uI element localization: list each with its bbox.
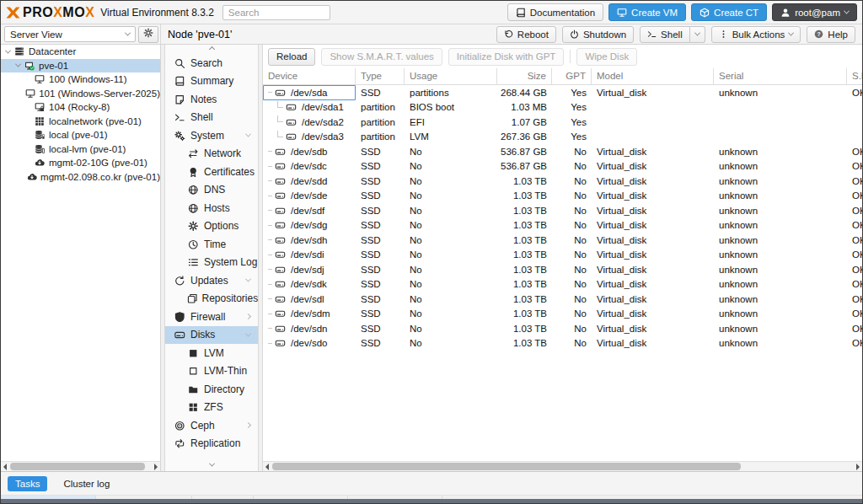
disk-row-dev-sdo[interactable]: /dev/sdoSSDNo1.03 TBNoVirtual_diskunknow… [263,336,862,351]
disk-row-dev-sdi[interactable]: /dev/sdiSSDNo1.03 TBNoVirtual_diskunknow… [263,248,862,263]
nav-item-lvm[interactable]: LVM [165,344,258,362]
search-input[interactable] [222,5,330,20]
shell-dropdown-button[interactable] [690,26,705,43]
nav-item-updates[interactable]: Updates [165,271,258,290]
chevron-down-icon[interactable] [13,63,23,67]
chevron-down-icon[interactable] [3,50,13,54]
shell-button[interactable]: Shell [640,26,690,43]
nav-item-shell[interactable]: Shell [165,109,258,127]
disk-row-dev-sdn[interactable]: /dev/sdnSSDNo1.03 TBNoVirtual_diskunknow… [263,321,862,336]
disk-row-dev-sda1[interactable]: /dev/sda1partitionBIOS boot1.03 MBYes [263,100,862,115]
tree-item-datacenter[interactable]: Datacenter [1,45,160,59]
column-header-usage[interactable]: Usage [405,68,497,84]
tree-horizontal-scrollbar[interactable] [1,461,160,471]
nav-scroll-down[interactable] [165,460,258,469]
tree-item-100-windows-11[interactable]: 100 (Windows-11) [1,72,160,87]
scroll-track[interactable] [9,463,154,470]
disk-row-dev-sdd[interactable]: /dev/sddSSDNo1.03 TBNoVirtual_diskunknow… [263,174,862,189]
nav-item-certificates[interactable]: Certificates [165,163,258,181]
nav-item-repositories[interactable]: Repositories [165,290,258,308]
nav-item-summary[interactable]: Summary [165,72,258,91]
column-header-gpt[interactable]: GPT [552,68,592,84]
nav-scroll-up[interactable] [165,45,258,54]
scroll-left-arrow[interactable] [265,464,269,470]
chevron-down-icon[interactable] [245,131,251,137]
list-icon [187,257,200,268]
scroll-thumb[interactable] [10,463,145,470]
disk-row-dev-sdf[interactable]: /dev/sdfSSDNo1.03 TBNoVirtual_diskunknow… [263,203,862,218]
scroll-left-arrow[interactable] [3,464,7,470]
tree-item-mgmt-02-098-co-kr-pve-01[interactable]: mgmt-02.098.co.kr (pve-01) [1,170,160,185]
column-header-device[interactable]: Device [263,68,356,84]
reboot-button[interactable]: Reboot [496,26,556,43]
nav-item-network[interactable]: Network [165,145,258,164]
scroll-track[interactable] [271,463,856,470]
gpt-cell: No [552,336,592,351]
device-cell: /dev/sdl [263,292,356,307]
nav-item-replication[interactable]: Replication [165,435,258,453]
chevron-right-icon[interactable] [245,422,251,428]
nav-item-ceph[interactable]: Ceph [165,416,258,435]
disk-row-dev-sda[interactable]: /dev/sdaSSDpartitions268.44 GBYesVirtual… [263,85,862,100]
tree-item-local-lvm-pve-01[interactable]: local-lvm (pve-01) [1,142,160,157]
tree-item-local-pve-01[interactable]: local (pve-01) [1,128,160,142]
disk-row-dev-sda3[interactable]: /dev/sda3partitionLVM267.36 GBYes [263,130,862,145]
scroll-right-arrow[interactable] [856,464,860,470]
chevron-down-icon[interactable] [245,276,251,282]
disk-row-dev-sdj[interactable]: /dev/sdjSSDNo1.03 TBNoVirtual_diskunknow… [263,262,862,277]
nav-item-options[interactable]: Options [165,217,258,236]
shutdown-button[interactable]: Shutdown [562,26,634,43]
reload-button[interactable]: Reload [268,48,315,66]
tree-item-pve-01[interactable]: pve-01 [1,59,160,73]
disk-row-dev-sdk[interactable]: /dev/sdkSSDNo1.03 TBNoVirtual_diskunknow… [263,277,862,292]
nav-item-system-log[interactable]: System Log [165,254,258,272]
nav-item-hosts[interactable]: Hosts [165,199,258,217]
tree-item-mgmt-02-10g-pve-01[interactable]: mgmt-02-10G (pve-01) [1,156,160,170]
scroll-right-arrow[interactable] [154,464,158,470]
chevron-down-icon[interactable] [245,330,251,336]
tree-settings-button[interactable] [138,26,158,43]
create-vm-button[interactable]: Create VM [608,3,686,21]
tree-item-localnetwork-pve-01[interactable]: localnetwork (pve-01) [1,115,160,129]
bulk-actions-button[interactable]: Bulk Actions [711,26,801,43]
disk-row-dev-sdb[interactable]: /dev/sdbSSDNo536.87 GBNoVirtual_diskunkn… [263,144,862,159]
column-header-s-m-a-r-t[interactable]: S.M.A.R.T. [847,68,862,84]
tree-item-101-windows-server-2025[interactable]: 101 (Windows-Server-2025) [1,87,160,101]
view-selector[interactable]: Server View [4,26,136,42]
help-button[interactable]: ? Help [807,26,855,43]
chevron-right-icon[interactable] [245,314,251,319]
create-ct-button[interactable]: Create CT [691,3,767,21]
cluster-log-tab[interactable]: Cluster log [56,476,117,491]
nav-item-notes[interactable]: Notes [165,90,258,109]
smart-cell: OK [847,85,862,100]
column-header-model[interactable]: Model [592,68,714,84]
tasks-tab[interactable]: Tasks [8,476,47,491]
disk-row-dev-sda2[interactable]: /dev/sda2partitionEFI1.07 GBYes [263,115,862,130]
disk-row-dev-sdh[interactable]: /dev/sdhSSDNo1.03 TBNoVirtual_diskunknow… [263,233,862,248]
square-filled-icon [187,348,200,359]
nav-item-directory[interactable]: Directory [165,380,258,399]
nav-item-dns[interactable]: DNS [165,181,258,200]
column-header-serial[interactable]: Serial [714,68,847,84]
nav-item-lvm-thin[interactable]: LVM-Thin [165,362,258,381]
column-header-type[interactable]: Type [356,68,405,84]
disk-row-dev-sdc[interactable]: /dev/sdcSSDNo536.87 GBNoVirtual_diskunkn… [263,159,862,174]
disk-row-dev-sdl[interactable]: /dev/sdlSSDNo1.03 TBNoVirtual_diskunknow… [263,292,862,307]
nav-item-disks[interactable]: Disks [165,326,258,345]
nav-item-zfs[interactable]: ZFS [165,399,258,417]
documentation-button[interactable]: Documentation [507,3,603,21]
nav-item-time[interactable]: Time [165,235,258,254]
disk-row-dev-sdg[interactable]: /dev/sdgSSDNo1.03 TBNoVirtual_diskunknow… [263,218,862,233]
user-menu-button[interactable]: root@pam [772,3,857,21]
scroll-thumb[interactable] [272,463,741,470]
nav-item-firewall[interactable]: Firewall [165,308,258,326]
content-horizontal-scrollbar[interactable] [263,461,862,471]
disk-row-dev-sdm[interactable]: /dev/sdmSSDNo1.03 TBNoVirtual_diskunknow… [263,307,862,322]
tree-item-104-rocky-8[interactable]: 104 (Rocky-8) [1,100,160,115]
nav-item-search[interactable]: Search [165,54,258,72]
column-header-size[interactable]: Size [497,68,552,84]
nav-item-system[interactable]: System [165,126,258,145]
disk-row-dev-sde[interactable]: /dev/sdeSSDNo1.03 TBNoVirtual_diskunknow… [263,189,862,204]
device-name: /dev/sdf [291,206,324,216]
hdd-icon [275,176,286,186]
